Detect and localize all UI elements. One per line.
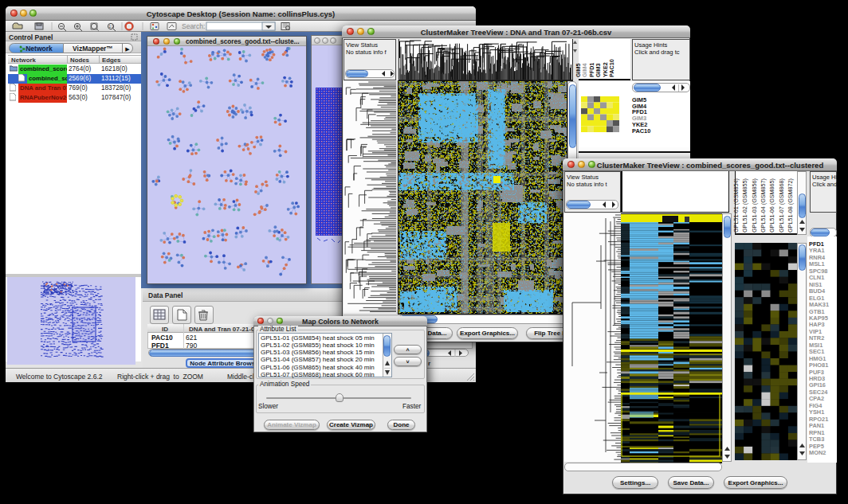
svg-text:1:1: 1:1	[109, 25, 115, 29]
svg-text:Search:: Search:	[182, 22, 205, 30]
